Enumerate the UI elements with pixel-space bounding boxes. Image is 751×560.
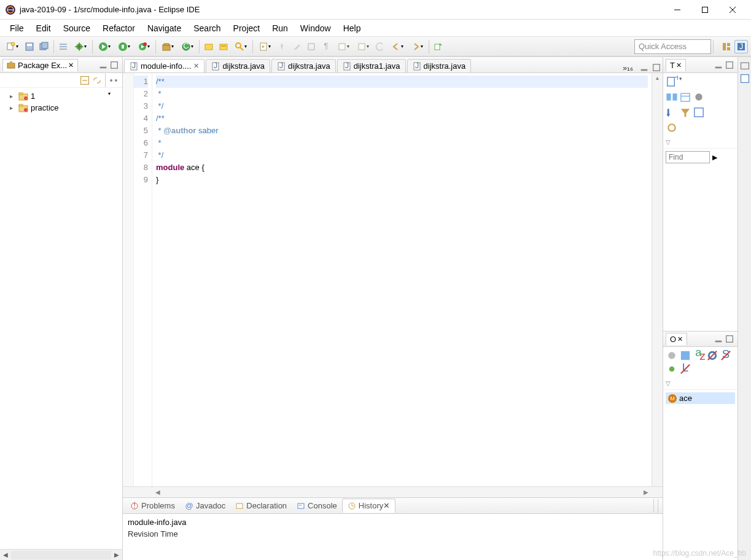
restore-button[interactable] (739, 60, 750, 71)
hide-static-button[interactable]: S (720, 349, 732, 362)
menu-run[interactable]: Run (266, 21, 294, 36)
annotation-next-button[interactable]: ▾ (255, 40, 274, 53)
sync-button[interactable] (666, 122, 678, 134)
v-scrollbar[interactable]: ▴ (652, 73, 663, 486)
menu-edit[interactable]: Edit (30, 21, 57, 36)
close-icon[interactable]: ✕ (676, 61, 682, 69)
schedule-button[interactable] (679, 91, 691, 103)
collapse-all-button[interactable] (79, 75, 90, 86)
menu-search[interactable]: Search (187, 21, 227, 36)
bottom-tab-history[interactable]: History ✕ (342, 499, 395, 513)
editor-tab[interactable]: Jdijkstra.java (206, 59, 270, 72)
close-icon[interactable]: ✕ (383, 501, 390, 510)
bottom-tab-problems[interactable]: !Problems (125, 499, 180, 512)
forward-button[interactable]: ▾ (408, 40, 426, 53)
next-annotation-button[interactable]: ▾ (354, 40, 372, 53)
run-button[interactable]: ▾ (95, 40, 114, 53)
debug-button[interactable]: ▾ (71, 40, 90, 53)
outline-item-ace[interactable]: M ace (666, 392, 735, 404)
save-button[interactable] (23, 40, 36, 53)
close-icon[interactable]: ✕ (677, 335, 683, 343)
hide-nonpublic-button[interactable] (666, 363, 678, 375)
save-all-button[interactable] (37, 40, 51, 53)
maximize-view-button[interactable] (652, 63, 661, 72)
menu-help[interactable]: Help (337, 21, 367, 36)
sort-button[interactable] (666, 106, 678, 119)
project-item[interactable]: ▸practice (2, 102, 120, 114)
package-explorer-tree[interactable]: ▸1▸practice (0, 88, 122, 549)
open-task-button[interactable] (217, 40, 230, 53)
minimize-view-button[interactable] (639, 63, 649, 72)
new-class-button[interactable]: C▾ (178, 40, 197, 53)
focus-button[interactable] (693, 91, 705, 103)
last-edit-button[interactable] (373, 40, 387, 53)
maximize-view-button[interactable] (109, 60, 119, 70)
outline-tab[interactable]: O ✕ (666, 333, 687, 345)
maximize-view-button[interactable] (725, 334, 734, 344)
menu-source[interactable]: Source (57, 21, 96, 36)
minimize-view-button[interactable] (98, 60, 108, 70)
editor-code[interactable]: /** * *//** * @author saber * */module a… (152, 73, 652, 486)
open-perspective-button[interactable] (720, 40, 733, 53)
editor[interactable]: 123456789 /** * *//** * @author saber * … (123, 73, 663, 486)
open-type-button[interactable] (202, 40, 216, 53)
minimize-button[interactable] (663, 1, 691, 19)
cheat-sheets-button[interactable] (739, 73, 750, 84)
coverage-button[interactable]: ▾ (115, 40, 133, 53)
prev-annotation-button[interactable]: ▾ (334, 40, 352, 53)
view-menu-button[interactable]: ▾ (108, 75, 119, 86)
presentation-button[interactable] (693, 106, 705, 119)
minimize-view-button[interactable] (714, 60, 723, 70)
menu-navigate[interactable]: Navigate (141, 21, 187, 36)
h-scrollbar[interactable]: ◀▶ (0, 549, 122, 560)
minimize-view-button[interactable] (714, 334, 723, 344)
hide-local-button[interactable]: L (679, 363, 691, 375)
bottom-tab-console[interactable]: Console (292, 499, 342, 512)
close-icon[interactable]: ✕ (68, 61, 74, 69)
java-perspective-button[interactable]: J (734, 40, 748, 53)
toggle-breadcrumb-button[interactable] (56, 40, 70, 53)
menu-refactor[interactable]: Refactor (96, 21, 141, 36)
run-last-button[interactable]: ▾ (134, 40, 153, 53)
find-next-icon[interactable]: ▶ (712, 154, 717, 161)
pin-editor-button[interactable] (432, 40, 445, 53)
link-editor-button[interactable] (91, 75, 103, 86)
editor-tab[interactable]: Jdijkstra1.java (337, 59, 406, 72)
back-button[interactable]: ▾ (388, 40, 407, 53)
quick-access-input[interactable]: Quick Access (634, 39, 711, 54)
bottom-tab-javadoc[interactable]: @Javadoc (180, 499, 230, 512)
editor-h-scrollbar[interactable]: ◀▶ (123, 486, 663, 497)
new-button[interactable]: ▾ (3, 40, 21, 53)
menu-window[interactable]: Window (294, 21, 337, 36)
editor-tab[interactable]: Jmodule-info....✕ (124, 59, 204, 72)
editor-tab[interactable]: Jdijkstra.java (407, 59, 472, 72)
focus-outline-button[interactable] (666, 349, 678, 362)
show-whitespace-button[interactable]: ¶ (319, 40, 333, 53)
close-icon[interactable]: ✕ (193, 62, 199, 70)
maximize-view-button[interactable] (725, 60, 734, 70)
project-item[interactable]: ▸1 (2, 90, 120, 102)
search-button[interactable]: ▾ (232, 40, 250, 53)
find-input[interactable] (666, 151, 710, 163)
close-button[interactable] (718, 1, 746, 19)
sort-outline-button[interactable] (679, 349, 691, 362)
edit-button[interactable] (290, 40, 303, 53)
bottom-tab-declaration[interactable]: Declaration (230, 499, 292, 512)
maximize-button[interactable] (691, 1, 718, 19)
categorize-button[interactable] (666, 91, 678, 103)
block-button[interactable] (305, 40, 318, 53)
new-task-button[interactable]: + (666, 76, 678, 88)
editor-ruler (123, 73, 134, 486)
task-list-tab[interactable]: T ✕ (666, 59, 686, 71)
menu-file[interactable]: File (4, 21, 30, 36)
menu-project[interactable]: Project (227, 21, 267, 36)
editor-tab[interactable]: Jdijkstra.java (271, 59, 336, 72)
module-icon: M (668, 394, 677, 403)
filter-button[interactable] (679, 106, 691, 119)
new-package-button[interactable]: ▾ (158, 40, 177, 53)
pin-button[interactable] (275, 40, 289, 53)
package-explorer-tab[interactable]: Package Ex... ✕ (2, 59, 78, 71)
more-tabs-button[interactable]: »₁₆ (618, 64, 638, 72)
hide-fields-button[interactable] (706, 349, 718, 362)
az-sort-button[interactable]: az (693, 349, 705, 362)
